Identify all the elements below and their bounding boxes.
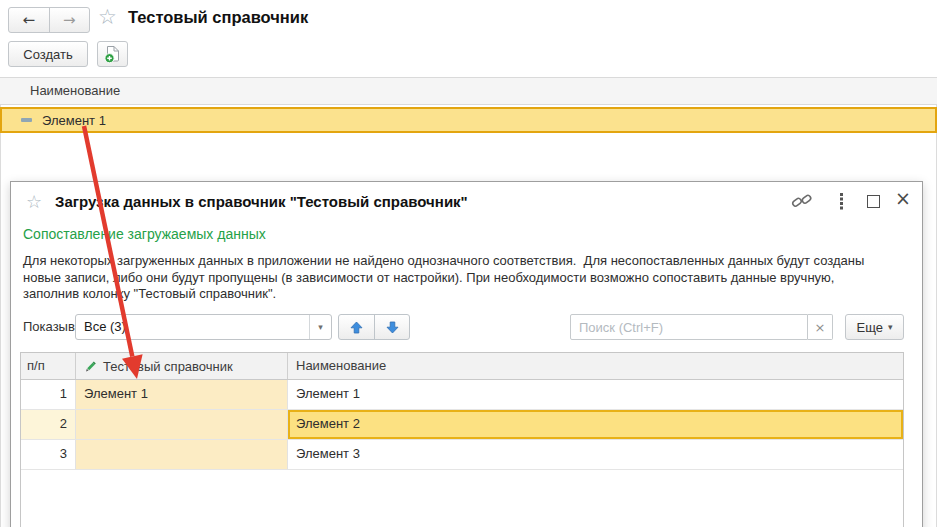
show-filter-select[interactable]: Все (3) ▾	[75, 314, 332, 340]
column-header-name[interactable]: Наименование	[288, 353, 903, 379]
mapping-table: п/п Тестовый справочник Наименование 1 Э…	[20, 352, 904, 527]
source-name-cell-selected[interactable]: Элемент 2	[288, 410, 903, 439]
clear-search-button[interactable]: ×	[808, 314, 833, 340]
search-field: ×	[570, 314, 833, 340]
favorite-star-icon[interactable]: ☆	[98, 5, 117, 29]
mapped-value-cell[interactable]: Элемент 1	[76, 380, 288, 409]
nav-button-group: ← →	[8, 7, 90, 33]
pencil-icon	[84, 360, 97, 373]
description-line: Для некоторых загруженных данных в прило…	[23, 253, 864, 270]
list-column-header-label: Наименование	[30, 83, 120, 98]
source-name-cell[interactable]: Элемент 1	[288, 380, 903, 409]
chevron-down-icon: ▾	[888, 322, 893, 332]
show-filter-value: Все (3)	[84, 315, 126, 339]
row-number-cell: 2	[21, 410, 76, 439]
section-heading: Сопоставление загружаемых данных	[23, 226, 266, 242]
mapped-value-cell[interactable]	[76, 440, 288, 469]
load-data-dialog: ☆ Загрузка данных в справочник "Тестовый…	[10, 181, 923, 527]
table-row[interactable]: 3 Элемент 3	[21, 440, 903, 470]
table-header-row: п/п Тестовый справочник Наименование	[21, 353, 903, 380]
table-row-current[interactable]: 2 Элемент 2	[21, 410, 903, 440]
close-icon[interactable]: ×	[895, 187, 911, 209]
app-window: ← → ☆ Тестовый справочник Создать Наимен…	[0, 0, 937, 527]
move-down-button[interactable]	[374, 315, 409, 339]
list-column-header[interactable]: Наименование	[0, 77, 937, 105]
chain-link-icon	[791, 192, 813, 209]
description-line: новые записи, либо они будут пропущены (…	[23, 270, 864, 287]
create-button[interactable]: Создать	[8, 41, 88, 67]
chevron-down-icon[interactable]: ▾	[309, 315, 331, 339]
dialog-title: Загрузка данных в справочник "Тестовый с…	[55, 193, 468, 210]
page-title: Тестовый справочник	[128, 8, 308, 27]
row-number-cell: 1	[21, 380, 76, 409]
list-item-label: Элемент 1	[42, 113, 106, 128]
description-text: Для некоторых загруженных данных в прило…	[23, 253, 864, 303]
move-up-button[interactable]	[339, 315, 374, 339]
more-button[interactable]: Еще ▾	[845, 314, 904, 340]
dialog-favorite-star-icon[interactable]: ☆	[26, 191, 42, 212]
arrow-up-icon	[350, 321, 363, 334]
forward-button[interactable]: →	[50, 8, 90, 32]
catalog-item-icon	[21, 118, 32, 122]
move-button-group	[338, 314, 410, 340]
column-header-num[interactable]: п/п	[21, 353, 76, 379]
get-link-icon[interactable]	[791, 192, 813, 213]
description-line: заполнив колонку "Тестовый справочник".	[23, 286, 864, 303]
maximize-icon[interactable]	[867, 195, 880, 208]
back-button[interactable]: ←	[9, 8, 50, 32]
source-name-cell[interactable]: Элемент 3	[288, 440, 903, 469]
column-header-catalog[interactable]: Тестовый справочник	[76, 353, 288, 379]
search-input[interactable]	[570, 314, 808, 340]
arrow-down-icon	[386, 321, 399, 334]
row-number-cell: 3	[21, 440, 76, 469]
more-button-label: Еще	[857, 320, 883, 335]
more-menu-icon[interactable]	[840, 193, 843, 196]
document-plus-icon	[104, 45, 121, 64]
column-header-catalog-label: Тестовый справочник	[103, 354, 233, 379]
mapped-value-cell[interactable]	[76, 410, 288, 439]
load-data-button[interactable]	[97, 41, 128, 67]
table-row[interactable]: 1 Элемент 1 Элемент 1	[21, 380, 903, 410]
list-row-selected[interactable]: Элемент 1	[0, 107, 937, 133]
